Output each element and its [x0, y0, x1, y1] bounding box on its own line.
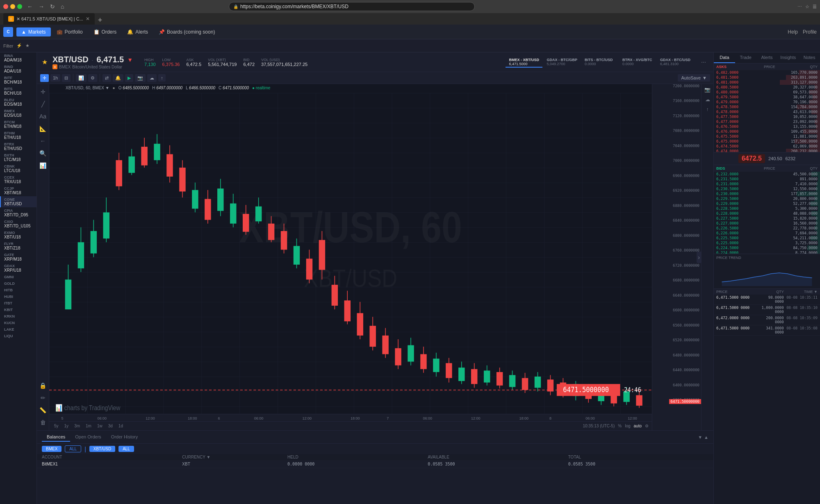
bid-row[interactable]: 6,231.0000 7,410.0000: [714, 182, 820, 186]
bid-row[interactable]: 6,229.0000 52,277.0000: [714, 201, 820, 206]
ask-row[interactable]: 6,476.5000 13,155.0000: [714, 124, 820, 129]
collapse-down-btn[interactable]: ▼: [698, 435, 702, 440]
text-tool[interactable]: Aa: [38, 112, 48, 121]
ask-row[interactable]: 6,478.0000 43,613.0000: [714, 109, 820, 114]
filter-star-icon[interactable]: ★: [25, 43, 30, 48]
timeframe-btn[interactable]: 1h: [50, 74, 60, 82]
ask-row[interactable]: 6,481.5000 263,891.0000: [714, 75, 820, 80]
tab-alerts[interactable]: Alerts: [756, 52, 778, 63]
ask-row[interactable]: 6,474.5000 62,069.0000: [714, 144, 820, 149]
exch-tab-4[interactable]: GDAX - BTC/USD 6,481.3100: [657, 57, 694, 68]
nav-boards[interactable]: 📌 Boards (coming soon): [154, 27, 220, 36]
ask-row[interactable]: 6,479.5000 38,647.0000: [714, 95, 820, 100]
chart-main[interactable]: XBT/USD, 60, BMEX ▼ ● O 6485.5000000 H 6…: [49, 84, 652, 430]
arrow-tool[interactable]: ←: [39, 136, 47, 145]
sidebar-item-ccex[interactable]: CCEX TRX/U18: [0, 174, 36, 185]
bid-row[interactable]: 6,227.5000 15,820.0000: [714, 216, 820, 221]
line-tool[interactable]: ╱: [40, 100, 46, 109]
sidebar-item-cone[interactable]: CONE XBT/USD: [0, 196, 36, 207]
ask-row[interactable]: 6,481.0000 313,127.0000: [714, 80, 820, 85]
sidebar-item-cxio[interactable]: CXIO XBT/7D_U105: [0, 218, 36, 229]
collapse-up-btn[interactable]: ▲: [704, 435, 708, 440]
tab-order-history[interactable]: Order History: [106, 433, 143, 442]
trash-tool[interactable]: 🗑: [39, 418, 47, 427]
profile-btn[interactable]: Profile: [803, 29, 817, 35]
ask-row[interactable]: 6,480.0000 69,573.0000: [714, 90, 820, 95]
tab-balances[interactable]: Balances: [42, 433, 70, 442]
bid-row[interactable]: 6,226.5000 22,778.0000: [714, 226, 820, 231]
sidebar-item-gate[interactable]: GATE XRP/M18: [0, 252, 36, 263]
chart-type-btn[interactable]: ⊟: [62, 74, 71, 82]
nav-refresh[interactable]: ↻: [48, 2, 57, 11]
sidebar-item-lake[interactable]: LAKE: [0, 326, 36, 333]
dot-red[interactable]: [3, 4, 8, 9]
bid-row[interactable]: 6,224.5000 84,750.0000: [714, 245, 820, 250]
sidebar-item-bmex[interactable]: BMEX EOS/U18: [0, 108, 36, 119]
lock-tool[interactable]: 🔒: [38, 381, 48, 390]
bid-row[interactable]: 6,228.0000 48,088.0000: [714, 211, 820, 216]
compare-btn[interactable]: ⇄: [102, 74, 111, 82]
sidebar-item-kucn[interactable]: KUCN: [0, 320, 36, 326]
period-1y[interactable]: 1y: [63, 423, 71, 429]
sidebar-item-bthm[interactable]: BTHM ETH/U18: [0, 130, 36, 141]
sidebar-item-krkn[interactable]: KRKN: [0, 313, 36, 320]
draw-crosshair-btn[interactable]: ✛: [40, 74, 49, 82]
sidebar-item-ccjp[interactable]: CCJP XBT/M18: [0, 185, 36, 196]
sidebar-item-bind[interactable]: BIND ADA/U18: [0, 64, 36, 75]
sidebar-item-flyr[interactable]: FLYR XBT/Z18: [0, 241, 36, 252]
bid-row[interactable]: 6,226.0000 7,694.0000: [714, 231, 820, 236]
replay-btn[interactable]: ▶: [125, 74, 133, 82]
nav-markets[interactable]: ▲ Markets: [16, 27, 51, 36]
nav-forward[interactable]: →: [37, 2, 46, 11]
ask-row[interactable]: 6,475.5000 11,881.0000: [714, 134, 820, 139]
bid-row[interactable]: 6,231.5000 891.0000: [714, 177, 820, 182]
active-tab[interactable]: ₿ ✕ 6471.5 XBT/USD [BMEX] | C... ✕: [3, 13, 95, 25]
tab-data[interactable]: Data: [714, 52, 735, 63]
ask-row[interactable]: 6,482.0000 165,770.0000: [714, 70, 820, 75]
sidebar-item-bxth[interactable]: BXTH LTC/M18: [0, 152, 36, 163]
ask-row[interactable]: 6,480.5000 20,327.0000: [714, 85, 820, 90]
tab-close-icon[interactable]: ✕: [86, 16, 90, 22]
nav-back[interactable]: ←: [25, 2, 34, 11]
bid-row[interactable]: 6,228.5000 5,300.0000: [714, 206, 820, 211]
period-1m[interactable]: 1m: [84, 423, 93, 429]
ask-row[interactable]: 6,476.0000 109,455.0000: [714, 129, 820, 134]
new-tab-btn[interactable]: +: [98, 16, 102, 25]
snapshot-btn[interactable]: 📷: [703, 86, 712, 94]
ask-row[interactable]: 6,479.0000 70,196.0000: [714, 100, 820, 104]
market-star[interactable]: ★: [42, 58, 48, 66]
period-1d[interactable]: 1d: [117, 423, 125, 429]
bid-row[interactable]: 6,227.0000 16,560.0000: [714, 221, 820, 226]
sidebar-item-bits[interactable]: BITS BCH/U18: [0, 86, 36, 97]
chart-settings-btn[interactable]: ⚙: [645, 424, 649, 428]
bid-row[interactable]: 6,225.0000 3,725.0000: [714, 241, 820, 245]
tab-notes[interactable]: Notes: [799, 52, 820, 63]
bid-row[interactable]: 6,224.0000 8,774.0000: [714, 250, 820, 254]
nav-portfolio[interactable]: 💼 Portfolio: [52, 27, 88, 36]
exch-tab-1[interactable]: GDAX - BTC/GBP 5,049.2700: [543, 57, 581, 68]
cloud-btn[interactable]: ☁: [147, 74, 157, 82]
ask-row[interactable]: 6,478.5000 154,784.0000: [714, 104, 820, 109]
nav-orders[interactable]: 📋 Orders: [89, 27, 122, 36]
sidebar-item-itbt[interactable]: ITBT: [0, 300, 36, 306]
period-3d[interactable]: 3d: [107, 423, 114, 429]
bid-row[interactable]: 6,230.5000 12,550.0000: [714, 186, 820, 191]
sidebar-item-hubi[interactable]: HUBI: [0, 293, 36, 300]
trend-tool[interactable]: 📐: [38, 124, 48, 133]
filter-xbtusd-btn[interactable]: XBT/USD: [89, 446, 115, 452]
sidebar-item-bitf[interactable]: BITF BCH/M18: [0, 75, 36, 86]
alerts-chart-btn[interactable]: 🔔: [113, 74, 123, 82]
sidebar-item-cpia[interactable]: CPIA XBT/7D_D95: [0, 207, 36, 218]
ask-row[interactable]: 6,477.0000 23,092.0000: [714, 119, 820, 124]
ask-row[interactable]: 6,477.5000 10,052.0000: [714, 114, 820, 119]
tab-insights[interactable]: Insights: [777, 52, 799, 63]
sidebar-item-hitb[interactable]: HITB: [0, 287, 36, 293]
exch-tab-0[interactable]: BMEX - XBT/USD 6,471.5000: [506, 57, 542, 68]
dot-yellow[interactable]: [10, 4, 15, 9]
autosave-btn[interactable]: AutoSave ▼: [678, 74, 710, 82]
share-btn[interactable]: ↑: [158, 74, 166, 82]
bid-row[interactable]: 6,229.5000 20,800.0000: [714, 196, 820, 201]
bar-tool[interactable]: 📊: [38, 161, 48, 170]
bid-row[interactable]: 6,230.0000 177,857.0000: [714, 191, 820, 196]
ask-row[interactable]: 6,474.0000 260,232.0000: [714, 149, 820, 152]
